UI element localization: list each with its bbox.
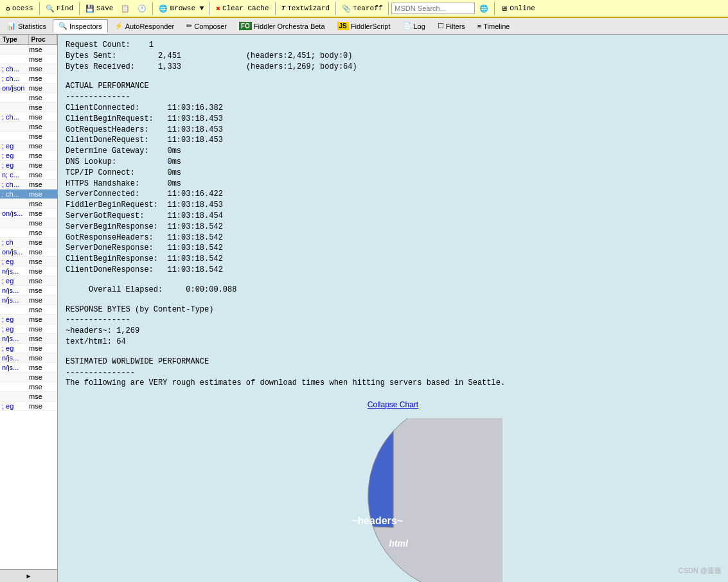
tab-timeline[interactable]: ≡ Timeline bbox=[472, 20, 516, 33]
tab-orchestra[interactable]: FO Fiddler Orchestra Beta bbox=[233, 19, 331, 33]
msdn-search-input[interactable] bbox=[391, 3, 475, 14]
type-cell: ; eg bbox=[0, 276, 27, 285]
find-icon: 🔍 bbox=[46, 4, 55, 13]
log-icon: 📄 bbox=[403, 22, 412, 30]
proc-cell: mse bbox=[27, 228, 56, 237]
table-row[interactable]: n; c...mse bbox=[0, 170, 57, 180]
stats-text-html-value: text/html: 64 bbox=[66, 337, 720, 348]
table-row[interactable]: mse bbox=[0, 228, 57, 238]
table-row[interactable]: n/js...mse bbox=[0, 286, 57, 295]
tab-inspectors[interactable]: 🔍 Inspectors bbox=[53, 19, 108, 33]
type-cell: n/js... bbox=[0, 286, 27, 295]
table-row[interactable]: n/js...mse bbox=[0, 295, 57, 305]
main-area: Type Proc msemse; ch...mse; ch...mseon/j… bbox=[0, 35, 728, 582]
copy-button[interactable]: 📋 bbox=[118, 3, 133, 14]
collapse-chart-link[interactable]: Collapse Chart bbox=[66, 400, 720, 409]
save-icon: 💾 bbox=[85, 4, 94, 13]
online-button[interactable]: 🖥 Online bbox=[497, 3, 538, 14]
table-row[interactable]: ; egmse bbox=[0, 315, 57, 324]
type-cell bbox=[0, 103, 27, 112]
left-header: Type Proc bbox=[0, 35, 57, 45]
clear-cache-button[interactable]: ✖ Clear Cache bbox=[213, 3, 272, 14]
tab-fiddlerscript[interactable]: JS FiddlerScript bbox=[332, 19, 396, 33]
table-row[interactable]: n/js...mse bbox=[0, 363, 57, 373]
table-row[interactable]: ; ch...mse bbox=[0, 74, 57, 84]
proc-cell: mse bbox=[27, 199, 56, 208]
table-row[interactable]: ; egmse bbox=[0, 401, 57, 411]
table-row[interactable]: mse bbox=[0, 93, 57, 103]
tab-filters[interactable]: ☐ Filters bbox=[432, 19, 471, 33]
stats-overall-elapsed: Overall Elapsed: 0:00:00.088 bbox=[66, 285, 720, 295]
type-cell: ; ch... bbox=[0, 64, 27, 73]
table-row[interactable]: mse bbox=[0, 132, 57, 141]
table-row[interactable]: mse bbox=[0, 373, 57, 382]
tab-statistics[interactable]: 📊 Statistics bbox=[1, 19, 52, 33]
clear-cache-icon: ✖ bbox=[216, 4, 220, 13]
proc-cell: mse bbox=[27, 276, 56, 285]
table-row[interactable]: mse bbox=[0, 45, 57, 55]
type-cell: ; eg bbox=[0, 324, 27, 333]
process-icon: ⚙ bbox=[6, 4, 10, 13]
table-row[interactable]: mse bbox=[0, 382, 57, 392]
table-row[interactable]: ; egmse bbox=[0, 324, 57, 334]
proc-cell: mse bbox=[27, 122, 56, 131]
table-row[interactable]: mse bbox=[0, 305, 57, 315]
history-button[interactable]: 🕐 bbox=[134, 3, 150, 14]
table-row[interactable]: mse bbox=[0, 122, 57, 132]
type-cell: ; eg bbox=[0, 141, 27, 150]
table-row[interactable]: ; ch...mse bbox=[0, 190, 57, 199]
table-row[interactable]: on/jsonmse bbox=[0, 84, 57, 93]
tearoff-button[interactable]: 📎 Tearoff bbox=[339, 3, 386, 14]
proc-cell: mse bbox=[27, 344, 56, 353]
msdn-go-button[interactable]: 🌐 bbox=[476, 3, 492, 14]
table-row[interactable]: ; egmse bbox=[0, 161, 57, 170]
table-row[interactable]: ; egmse bbox=[0, 344, 57, 353]
table-row[interactable]: on/js...mse bbox=[0, 247, 57, 257]
browse-button[interactable]: 🌐 Browse ▼ bbox=[155, 3, 207, 14]
table-row[interactable]: ; ch...mse bbox=[0, 64, 57, 74]
stats-request-count: Request Count: 1 bbox=[66, 40, 720, 51]
table-row[interactable]: mse bbox=[0, 392, 57, 401]
process-menu-button[interactable]: ⚙ ocess bbox=[3, 3, 37, 14]
save-button[interactable]: 💾 Save bbox=[82, 3, 116, 14]
type-cell: ; eg bbox=[0, 344, 27, 353]
table-row[interactable]: mse bbox=[0, 55, 57, 64]
toolbar-separator-7 bbox=[388, 2, 389, 15]
type-cell: ; ch bbox=[0, 238, 27, 247]
table-row[interactable]: n/js...mse bbox=[0, 334, 57, 344]
tab-log[interactable]: 📄 Log bbox=[397, 19, 431, 33]
left-rows[interactable]: msemse; ch...mse; ch...mseon/jsonmsemsem… bbox=[0, 45, 57, 569]
textwizard-button[interactable]: T TextWizard bbox=[278, 3, 333, 13]
proc-cell: mse bbox=[27, 218, 56, 227]
proc-cell: mse bbox=[27, 353, 56, 362]
stats-sep2: -------------- bbox=[66, 315, 720, 326]
table-row[interactable]: n/js...mse bbox=[0, 267, 57, 276]
tabbar: 📊 Statistics 🔍 Inspectors ⚡ AutoResponde… bbox=[0, 18, 728, 35]
table-row[interactable]: ; ch...mse bbox=[0, 112, 57, 122]
table-row[interactable]: ; chmse bbox=[0, 238, 57, 247]
right-panel[interactable]: Request Count: 1 Bytes Sent: 2,451 (head… bbox=[58, 35, 728, 582]
table-row[interactable]: mse bbox=[0, 199, 57, 209]
proc-cell: mse bbox=[27, 190, 56, 198]
autoresponder-icon: ⚡ bbox=[114, 22, 123, 30]
stats-got-response-headers: GotResponseHeaders: 11:03:18.542 bbox=[66, 233, 720, 243]
table-row[interactable]: mse bbox=[0, 218, 57, 228]
type-cell bbox=[0, 93, 27, 102]
table-row[interactable]: n/js...mse bbox=[0, 353, 57, 363]
table-row[interactable]: ; egmse bbox=[0, 257, 57, 267]
scroll-right-arrow[interactable]: ▶ bbox=[26, 572, 30, 580]
proc-cell: mse bbox=[27, 247, 56, 256]
type-cell: n/js... bbox=[0, 334, 27, 343]
tab-composer[interactable]: ✏ Composer bbox=[181, 19, 233, 33]
browse-icon: 🌐 bbox=[159, 4, 168, 13]
table-row[interactable]: ; egmse bbox=[0, 276, 57, 286]
table-row[interactable]: ; ch...mse bbox=[0, 180, 57, 190]
stats-server-connected: ServerConnected: 11:03:16.422 bbox=[66, 189, 720, 200]
online-icon: 🖥 bbox=[501, 4, 508, 13]
table-row[interactable]: on/js...mse bbox=[0, 209, 57, 218]
table-row[interactable]: ; egmse bbox=[0, 141, 57, 151]
tab-autoresponder[interactable]: ⚡ AutoResponder bbox=[109, 19, 180, 33]
find-button[interactable]: 🔍 Find bbox=[42, 3, 76, 14]
table-row[interactable]: ; egmse bbox=[0, 151, 57, 161]
table-row[interactable]: mse bbox=[0, 103, 57, 112]
